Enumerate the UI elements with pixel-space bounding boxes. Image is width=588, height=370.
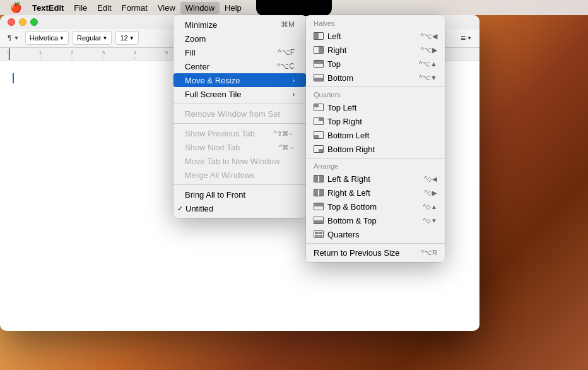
close-button[interactable] [8,18,15,26]
menu-sep-3 [173,184,306,185]
submenu-header-quarters: Quarters [306,89,445,100]
bottom-right-icon [314,145,324,153]
menu-remove-window: Remove Window from Set [173,107,306,121]
submenu-sep-2 [306,158,445,158]
top-left-icon [314,104,324,111]
menu-untitled[interactable]: ✓ Untitled [173,201,306,215]
menubar-file[interactable]: File [69,2,92,14]
menu-sep-1 [173,104,306,104]
svg-text:1: 1 [39,50,42,56]
bottom-left-icon [314,131,324,139]
svg-text:2: 2 [71,50,74,56]
submenu-top-left[interactable]: Top Left [306,100,445,114]
bottom-half-icon [314,74,324,81]
font-size-select[interactable]: 12 ▼ [115,31,138,45]
maximize-button[interactable] [30,18,38,26]
submenu-header-arrange: Arrange [306,160,445,172]
right-half-icon [314,46,324,54]
menu-fill[interactable]: Fill ^⌥F [173,45,306,59]
submenu-sep-3 [306,243,445,244]
submenu-return-prev[interactable]: Return to Previous Size ^⌥R [306,246,445,260]
top-right-icon [314,117,324,125]
submenu-quarters-all[interactable]: Quarters [306,227,445,241]
svg-text:5: 5 [165,50,168,56]
camera-notch [256,0,332,16]
menubar-textedit[interactable]: TextEdit [27,2,69,14]
submenu-left-right[interactable]: Left & Right ^◇◀ [306,172,445,186]
menu-minimize[interactable]: Minimize ⌘M [173,18,306,32]
quarters-icon [314,230,324,238]
menu-move-resize[interactable]: Move & Resize › [173,73,306,87]
submenu-top-bottom[interactable]: Top & Bottom ^◇▲ [306,200,445,213]
menu-merge-windows: Merge All Windows [173,168,306,182]
submenu-left[interactable]: Left ^⌥◀ [306,29,445,43]
menu-bring-all[interactable]: Bring All to Front [173,188,306,201]
move-resize-submenu: Halves Left ^⌥◀ Right ^⌥▶ Top ^⌥▲ Bottom… [306,15,445,262]
svg-text:3: 3 [102,50,105,56]
minimize-button[interactable] [19,18,26,26]
menu-move-tab: Move Tab to New Window [173,154,306,168]
traffic-lights [8,18,38,26]
right-left-icon [314,189,324,196]
menu-sep-2 [173,123,306,124]
menu-zoom[interactable]: Zoom [173,32,306,45]
menu-show-next-tab: Show Next Tab ^⌘→ [173,140,306,154]
submenu-right[interactable]: Right ^⌥▶ [306,43,445,57]
top-half-icon [314,60,324,68]
submenu-bottom-left[interactable]: Bottom Left [306,128,445,142]
left-half-icon [314,32,324,40]
left-right-icon [314,175,324,182]
submenu-right-left[interactable]: Right & Left ^◇▶ [306,186,445,200]
submenu-bottom-top[interactable]: Bottom & Top ^◇▼ [306,213,445,227]
submenu-header-halves: Halves [306,18,445,29]
menu-center[interactable]: Center ^⌥C [173,59,306,73]
font-style-select[interactable]: Regular ▼ [73,31,112,45]
menubar-help[interactable]: Help [220,2,247,14]
menubar-window[interactable]: Window [180,2,220,14]
submenu-top[interactable]: Top ^⌥▲ [306,57,445,71]
svg-text:4: 4 [134,50,137,56]
top-bottom-icon [314,203,324,210]
menu-show-prev-tab: Show Previous Tab ^⇧⌘← [173,126,306,140]
checkmark-icon: ✓ [177,205,183,213]
menubar-view[interactable]: View [153,2,180,14]
menubar-edit[interactable]: Edit [92,2,116,14]
submenu-sep-1 [306,87,445,87]
window-menu: Minimize ⌘M Zoom Fill ^⌥F Center ^⌥C Mov… [173,15,306,218]
apple-menu[interactable]: 🍎 [5,1,27,15]
submenu-bottom[interactable]: Bottom ^⌥▼ [306,71,445,85]
menu-full-screen-tile[interactable]: Full Screen Tile › [173,87,306,101]
submenu-bottom-right[interactable]: Bottom Right [306,142,445,156]
paragraph-button[interactable]: ¶ ▼ [5,33,21,43]
submenu-top-right[interactable]: Top Right [306,114,445,128]
font-family-select[interactable]: Helvetica ▼ [25,31,69,45]
list-style-button[interactable]: ≡ ▼ [458,32,474,44]
menubar-format[interactable]: Format [117,2,153,14]
bottom-top-icon [314,217,324,224]
text-cursor [13,73,14,83]
